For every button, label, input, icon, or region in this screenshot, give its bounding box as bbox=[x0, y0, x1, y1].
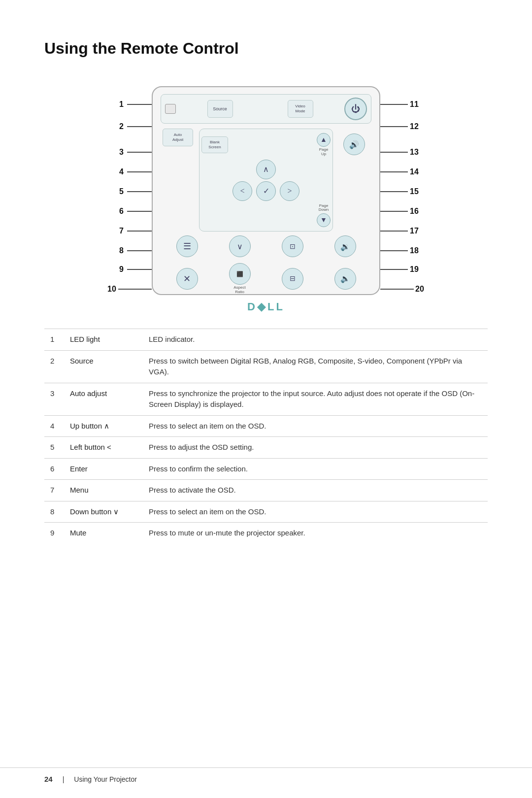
remote-body: Source VideoMode ⏻ AutoAdjust bbox=[152, 86, 380, 295]
source-button[interactable]: Source bbox=[207, 100, 233, 118]
row-desc: Press to mute or un-mute the projector s… bbox=[143, 523, 488, 544]
row-name: Up button ∧ bbox=[64, 415, 143, 437]
row-name: Mute bbox=[64, 523, 143, 544]
row-name: Source bbox=[64, 350, 143, 383]
row-num: 5 bbox=[44, 437, 64, 459]
row-desc: Press to select an item on the OSD. bbox=[143, 501, 488, 523]
left-button[interactable]: < bbox=[233, 181, 252, 201]
svg-text:13: 13 bbox=[410, 148, 419, 156]
footer-separator: | bbox=[63, 775, 65, 783]
video-mode-button[interactable]: VideoMode bbox=[288, 100, 313, 118]
row-name: Enter bbox=[64, 458, 143, 480]
remote-diagram: 1 2 3 4 5 6 7 bbox=[44, 77, 488, 304]
volume-up-button[interactable]: 🔊 bbox=[343, 133, 365, 155]
row-num: 8 bbox=[44, 501, 64, 523]
enter-button[interactable]: ✓ bbox=[256, 181, 276, 201]
svg-text:16: 16 bbox=[410, 207, 419, 215]
audio-mute-button[interactable]: 🔈 bbox=[334, 268, 356, 290]
table-row: 9 Mute Press to mute or un-mute the proj… bbox=[44, 523, 488, 544]
svg-text:8: 8 bbox=[119, 246, 124, 255]
freeze-button[interactable]: ⊡ bbox=[282, 235, 303, 257]
right-button[interactable]: > bbox=[280, 181, 299, 201]
row-desc: Press to switch between Digital RGB, Ana… bbox=[143, 350, 488, 383]
volume-down-button[interactable]: 🔉 bbox=[334, 235, 356, 257]
svg-text:7: 7 bbox=[119, 227, 124, 235]
page-number: 24 bbox=[44, 775, 53, 783]
footer-section: Using Your Projector bbox=[74, 775, 137, 783]
remote-info-table: 1 LED light LED indicator. 2 Source Pres… bbox=[44, 329, 488, 544]
page-down-button[interactable]: PageDown ▼ bbox=[317, 204, 331, 228]
table-row: 1 LED light LED indicator. bbox=[44, 329, 488, 351]
table-row: 8 Down button ∨ Press to select an item … bbox=[44, 501, 488, 523]
svg-text:20: 20 bbox=[415, 285, 424, 293]
row-desc: LED indicator. bbox=[143, 329, 488, 351]
svg-text:10: 10 bbox=[107, 285, 116, 293]
blank-screen-button[interactable]: BlankScreen bbox=[201, 136, 228, 153]
row-desc: Press to synchronize the projector to th… bbox=[143, 383, 488, 415]
row-num: 1 bbox=[44, 329, 64, 351]
table-row: 4 Up button ∧ Press to select an item on… bbox=[44, 415, 488, 437]
row-num: 6 bbox=[44, 458, 64, 480]
led-indicator bbox=[165, 104, 176, 114]
svg-text:19: 19 bbox=[410, 265, 419, 273]
svg-text:11: 11 bbox=[410, 100, 419, 108]
svg-text:14: 14 bbox=[410, 167, 419, 176]
row-num: 9 bbox=[44, 523, 64, 544]
auto-adjust-button[interactable]: AutoAdjust bbox=[163, 129, 193, 146]
row-name: Left button < bbox=[64, 437, 143, 459]
svg-text:12: 12 bbox=[410, 122, 419, 131]
svg-text:9: 9 bbox=[119, 265, 124, 273]
row-name: Auto adjust bbox=[64, 383, 143, 415]
svg-text:18: 18 bbox=[410, 246, 419, 255]
row-desc: Press to activate the OSD. bbox=[143, 480, 488, 501]
table-row: 3 Auto adjust Press to synchronize the p… bbox=[44, 383, 488, 415]
row-num: 3 bbox=[44, 383, 64, 415]
row-name: Down button ∨ bbox=[64, 501, 143, 523]
power-button[interactable]: ⏻ bbox=[344, 98, 367, 120]
up-button[interactable]: ∧ bbox=[256, 160, 276, 179]
page-up-button[interactable]: ▲ PageUp bbox=[317, 133, 331, 157]
svg-text:6: 6 bbox=[119, 207, 124, 215]
row-num: 4 bbox=[44, 415, 64, 437]
table-row: 7 Menu Press to activate the OSD. bbox=[44, 480, 488, 501]
down-button[interactable]: ∨ bbox=[229, 235, 251, 257]
svg-text:3: 3 bbox=[119, 148, 124, 156]
svg-text:17: 17 bbox=[410, 227, 419, 235]
row-desc: Press to confirm the selection. bbox=[143, 458, 488, 480]
dell-logo: D◆LL bbox=[161, 300, 371, 313]
row-name: Menu bbox=[64, 480, 143, 501]
page-title: Using the Remote Control bbox=[44, 39, 488, 58]
row-desc: Press to select an item on the OSD. bbox=[143, 415, 488, 437]
table-row: 2 Source Press to switch between Digital… bbox=[44, 350, 488, 383]
row-desc: Press to adjust the OSD setting. bbox=[143, 437, 488, 459]
svg-text:5: 5 bbox=[119, 187, 124, 196]
table-row: 6 Enter Press to confirm the selection. bbox=[44, 458, 488, 480]
zoom-button[interactable]: ⊟ bbox=[282, 268, 303, 290]
footer: 24 | Using Your Projector bbox=[0, 767, 532, 783]
mute-button[interactable]: ✕ bbox=[176, 268, 198, 290]
table-row: 5 Left button < Press to adjust the OSD … bbox=[44, 437, 488, 459]
svg-text:2: 2 bbox=[119, 122, 124, 131]
row-num: 7 bbox=[44, 480, 64, 501]
row-num: 2 bbox=[44, 350, 64, 383]
svg-text:4: 4 bbox=[119, 167, 124, 176]
svg-text:15: 15 bbox=[410, 187, 419, 196]
menu-button[interactable]: ☰ bbox=[176, 235, 198, 257]
aspect-ratio-button[interactable]: ⬛ bbox=[229, 263, 251, 285]
row-name: LED light bbox=[64, 329, 143, 351]
svg-text:1: 1 bbox=[119, 100, 124, 108]
